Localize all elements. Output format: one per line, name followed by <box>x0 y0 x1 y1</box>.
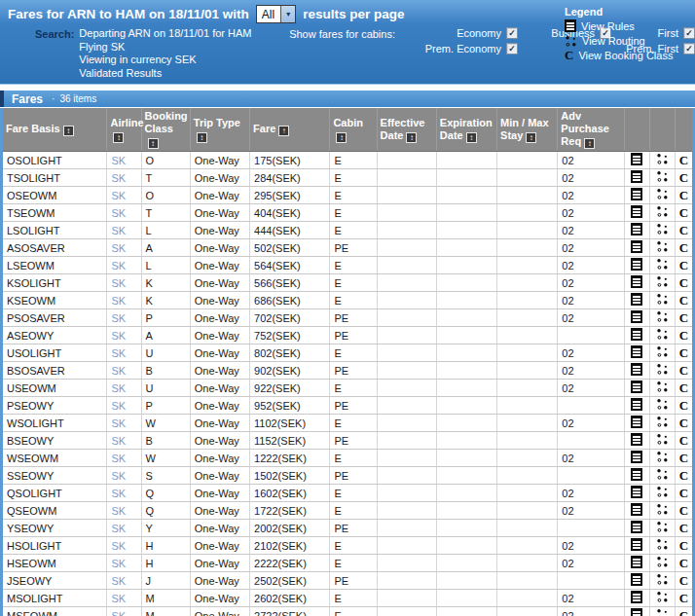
view-rules-icon[interactable] <box>631 521 642 533</box>
view-routing-icon[interactable] <box>656 468 669 481</box>
view-booking-class-button[interactable]: C <box>675 204 693 222</box>
view-routing-button[interactable] <box>649 239 675 257</box>
view-rules-icon[interactable] <box>631 205 642 218</box>
view-rules-button[interactable] <box>624 467 649 485</box>
view-rules-button[interactable] <box>624 397 649 415</box>
view-rules-icon[interactable] <box>631 258 642 271</box>
view-booking-class-icon[interactable]: C <box>679 487 688 499</box>
view-rules-button[interactable] <box>624 555 649 572</box>
cell-airline[interactable]: SK <box>107 432 141 450</box>
view-rules-button[interactable] <box>624 572 649 590</box>
view-routing-button[interactable] <box>649 292 675 309</box>
view-booking-class-icon[interactable]: C <box>679 171 688 184</box>
view-booking-class-icon[interactable]: C <box>679 276 688 289</box>
view-routing-button[interactable] <box>649 572 675 590</box>
sort-toggle-icon[interactable]: ↕ <box>148 138 159 149</box>
cell-airline[interactable]: SK <box>107 590 141 607</box>
cell-airline[interactable]: SK <box>107 450 141 467</box>
view-routing-icon[interactable] <box>656 556 669 568</box>
cell-airline[interactable]: SK <box>107 397 141 415</box>
cell-airline[interactable]: SK <box>107 572 141 590</box>
view-booking-class-icon[interactable]: C <box>679 346 688 359</box>
view-routing-button[interactable] <box>649 590 675 607</box>
view-routing-button[interactable] <box>649 257 675 274</box>
view-booking-class-icon[interactable]: C <box>679 241 688 254</box>
view-rules-icon[interactable] <box>631 573 642 586</box>
view-routing-icon[interactable] <box>656 503 669 516</box>
view-rules-icon[interactable] <box>631 433 642 446</box>
view-booking-class-button[interactable]: C <box>675 555 693 572</box>
view-routing-icon[interactable] <box>656 188 669 200</box>
view-routing-button[interactable] <box>649 362 675 380</box>
view-booking-class-icon[interactable]: C <box>679 434 688 447</box>
view-routing-icon[interactable] <box>656 310 669 323</box>
view-rules-icon[interactable] <box>631 608 642 616</box>
view-routing-button[interactable] <box>649 467 675 485</box>
cell-airline[interactable]: SK <box>107 222 141 239</box>
view-booking-class-button[interactable]: C <box>675 239 693 257</box>
view-rules-button[interactable] <box>624 502 649 520</box>
sort-asc-icon[interactable]: ↑ <box>278 126 289 136</box>
cell-airline[interactable]: SK <box>107 169 141 187</box>
view-routing-icon[interactable] <box>656 521 669 533</box>
cell-airline[interactable]: SK <box>107 152 141 169</box>
view-booking-class-button[interactable]: C <box>675 327 693 344</box>
view-rules-icon[interactable] <box>631 416 642 428</box>
sort-toggle-icon[interactable]: ↕ <box>336 132 347 143</box>
cell-airline[interactable]: SK <box>107 362 141 380</box>
cell-airline[interactable]: SK <box>107 344 141 362</box>
view-booking-class-icon[interactable]: C <box>679 311 688 324</box>
view-routing-icon[interactable] <box>656 451 669 463</box>
sort-toggle-icon[interactable]: ↕ <box>63 126 74 136</box>
cell-airline[interactable]: SK <box>107 520 141 537</box>
view-rules-button[interactable] <box>624 485 649 502</box>
view-booking-class-icon[interactable]: C <box>679 206 688 219</box>
view-booking-class-icon[interactable]: C <box>679 557 688 569</box>
view-rules-icon[interactable] <box>631 503 642 516</box>
view-booking-class-button[interactable]: C <box>675 397 693 415</box>
view-routing-button[interactable] <box>649 555 675 572</box>
view-booking-class-button[interactable]: C <box>675 152 693 169</box>
view-routing-icon[interactable] <box>656 240 669 253</box>
view-rules-button[interactable] <box>624 520 649 537</box>
view-rules-icon[interactable] <box>631 380 642 393</box>
view-rules-button[interactable] <box>624 257 649 274</box>
cell-airline[interactable]: SK <box>107 257 141 274</box>
view-rules-button[interactable] <box>624 274 649 292</box>
view-rules-button[interactable] <box>624 292 649 309</box>
view-rules-button[interactable] <box>624 432 649 450</box>
view-booking-class-button[interactable]: C <box>675 344 693 362</box>
view-routing-icon[interactable] <box>656 398 669 411</box>
view-routing-icon[interactable] <box>656 608 669 616</box>
view-booking-class-button[interactable]: C <box>675 572 693 590</box>
view-booking-class-button[interactable]: C <box>675 537 693 555</box>
view-routing-button[interactable] <box>649 309 675 327</box>
chevron-down-icon[interactable]: ▼ <box>280 6 295 22</box>
view-rules-button[interactable] <box>624 152 649 169</box>
cell-airline[interactable]: SK <box>107 555 141 572</box>
view-routing-button[interactable] <box>649 152 675 169</box>
view-rules-icon[interactable] <box>631 240 642 253</box>
view-booking-class-button[interactable]: C <box>675 274 693 292</box>
view-rules-button[interactable] <box>624 537 649 555</box>
view-booking-class-button[interactable]: C <box>675 520 693 537</box>
view-booking-class-icon[interactable]: C <box>679 539 688 552</box>
view-routing-icon[interactable] <box>656 416 669 428</box>
view-routing-button[interactable] <box>649 327 675 344</box>
view-rules-icon[interactable] <box>631 556 642 568</box>
view-rules-button[interactable] <box>624 309 649 327</box>
cell-airline[interactable]: SK <box>107 239 141 257</box>
view-routing-button[interactable] <box>649 485 675 502</box>
view-routing-button[interactable] <box>649 397 675 415</box>
view-rules-icon[interactable] <box>631 223 642 236</box>
view-booking-class-icon[interactable]: C <box>679 399 688 412</box>
results-per-page-select[interactable]: All ▼ <box>256 5 296 23</box>
view-booking-class-button[interactable]: C <box>675 485 693 502</box>
view-rules-button[interactable] <box>624 239 649 257</box>
view-booking-class-icon[interactable]: C <box>679 224 688 236</box>
view-booking-class-button[interactable]: C <box>675 502 693 520</box>
view-rules-button[interactable] <box>624 380 649 397</box>
view-rules-icon[interactable] <box>631 153 642 165</box>
view-booking-class-button[interactable]: C <box>675 450 693 467</box>
view-booking-class-icon[interactable]: C <box>679 364 688 377</box>
